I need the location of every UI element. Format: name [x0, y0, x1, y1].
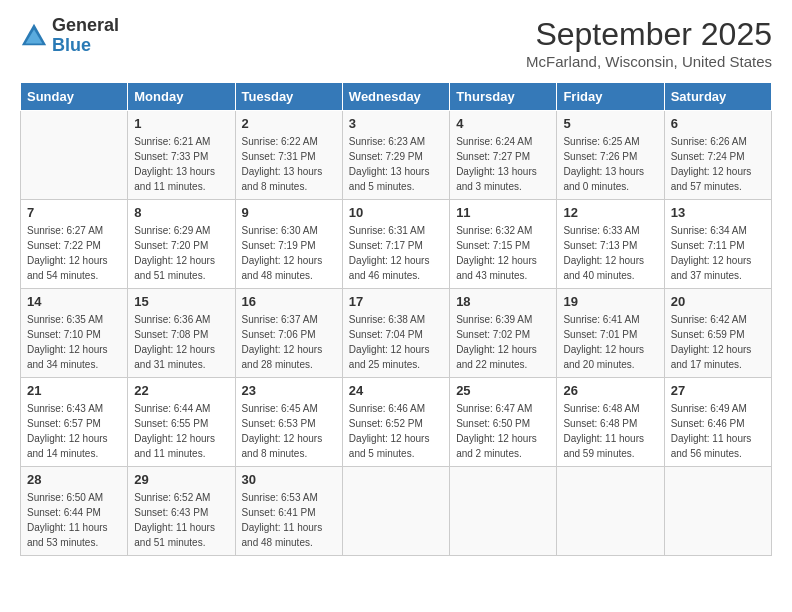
day-number: 3	[349, 116, 443, 131]
calendar-cell	[21, 111, 128, 200]
weekday-header: Friday	[557, 83, 664, 111]
weekday-header: Sunday	[21, 83, 128, 111]
day-info: Sunrise: 6:35 AMSunset: 7:10 PMDaylight:…	[27, 312, 121, 372]
page-header: General Blue September 2025 McFarland, W…	[20, 16, 772, 70]
day-info: Sunrise: 6:24 AMSunset: 7:27 PMDaylight:…	[456, 134, 550, 194]
day-info: Sunrise: 6:48 AMSunset: 6:48 PMDaylight:…	[563, 401, 657, 461]
day-number: 19	[563, 294, 657, 309]
logo-blue: Blue	[52, 36, 119, 56]
calendar-cell: 24Sunrise: 6:46 AMSunset: 6:52 PMDayligh…	[342, 378, 449, 467]
calendar-cell: 3Sunrise: 6:23 AMSunset: 7:29 PMDaylight…	[342, 111, 449, 200]
calendar-cell: 19Sunrise: 6:41 AMSunset: 7:01 PMDayligh…	[557, 289, 664, 378]
calendar-cell: 21Sunrise: 6:43 AMSunset: 6:57 PMDayligh…	[21, 378, 128, 467]
calendar-cell: 15Sunrise: 6:36 AMSunset: 7:08 PMDayligh…	[128, 289, 235, 378]
day-info: Sunrise: 6:47 AMSunset: 6:50 PMDaylight:…	[456, 401, 550, 461]
day-number: 14	[27, 294, 121, 309]
calendar-cell: 23Sunrise: 6:45 AMSunset: 6:53 PMDayligh…	[235, 378, 342, 467]
month-title: September 2025	[526, 16, 772, 53]
calendar-cell: 10Sunrise: 6:31 AMSunset: 7:17 PMDayligh…	[342, 200, 449, 289]
calendar-cell: 2Sunrise: 6:22 AMSunset: 7:31 PMDaylight…	[235, 111, 342, 200]
day-number: 10	[349, 205, 443, 220]
calendar-cell: 16Sunrise: 6:37 AMSunset: 7:06 PMDayligh…	[235, 289, 342, 378]
logo-text: General Blue	[52, 16, 119, 56]
day-number: 20	[671, 294, 765, 309]
day-info: Sunrise: 6:29 AMSunset: 7:20 PMDaylight:…	[134, 223, 228, 283]
calendar-cell: 8Sunrise: 6:29 AMSunset: 7:20 PMDaylight…	[128, 200, 235, 289]
day-number: 2	[242, 116, 336, 131]
day-info: Sunrise: 6:33 AMSunset: 7:13 PMDaylight:…	[563, 223, 657, 283]
calendar-cell	[450, 467, 557, 556]
day-info: Sunrise: 6:44 AMSunset: 6:55 PMDaylight:…	[134, 401, 228, 461]
day-info: Sunrise: 6:36 AMSunset: 7:08 PMDaylight:…	[134, 312, 228, 372]
weekday-header: Tuesday	[235, 83, 342, 111]
logo: General Blue	[20, 16, 119, 56]
calendar-week-row: 1Sunrise: 6:21 AMSunset: 7:33 PMDaylight…	[21, 111, 772, 200]
calendar-cell: 14Sunrise: 6:35 AMSunset: 7:10 PMDayligh…	[21, 289, 128, 378]
day-info: Sunrise: 6:31 AMSunset: 7:17 PMDaylight:…	[349, 223, 443, 283]
calendar-cell: 6Sunrise: 6:26 AMSunset: 7:24 PMDaylight…	[664, 111, 771, 200]
calendar-cell: 13Sunrise: 6:34 AMSunset: 7:11 PMDayligh…	[664, 200, 771, 289]
day-number: 16	[242, 294, 336, 309]
day-number: 6	[671, 116, 765, 131]
day-number: 17	[349, 294, 443, 309]
calendar-cell: 11Sunrise: 6:32 AMSunset: 7:15 PMDayligh…	[450, 200, 557, 289]
weekday-header-row: SundayMondayTuesdayWednesdayThursdayFrid…	[21, 83, 772, 111]
calendar-table: SundayMondayTuesdayWednesdayThursdayFrid…	[20, 82, 772, 556]
title-block: September 2025 McFarland, Wisconsin, Uni…	[526, 16, 772, 70]
day-info: Sunrise: 6:39 AMSunset: 7:02 PMDaylight:…	[456, 312, 550, 372]
day-number: 21	[27, 383, 121, 398]
day-number: 8	[134, 205, 228, 220]
logo-general: General	[52, 16, 119, 36]
weekday-header: Saturday	[664, 83, 771, 111]
day-info: Sunrise: 6:38 AMSunset: 7:04 PMDaylight:…	[349, 312, 443, 372]
day-number: 9	[242, 205, 336, 220]
day-info: Sunrise: 6:37 AMSunset: 7:06 PMDaylight:…	[242, 312, 336, 372]
calendar-cell: 30Sunrise: 6:53 AMSunset: 6:41 PMDayligh…	[235, 467, 342, 556]
calendar-cell: 12Sunrise: 6:33 AMSunset: 7:13 PMDayligh…	[557, 200, 664, 289]
location-title: McFarland, Wisconsin, United States	[526, 53, 772, 70]
day-info: Sunrise: 6:25 AMSunset: 7:26 PMDaylight:…	[563, 134, 657, 194]
day-number: 22	[134, 383, 228, 398]
day-info: Sunrise: 6:50 AMSunset: 6:44 PMDaylight:…	[27, 490, 121, 550]
weekday-header: Monday	[128, 83, 235, 111]
day-info: Sunrise: 6:41 AMSunset: 7:01 PMDaylight:…	[563, 312, 657, 372]
day-number: 12	[563, 205, 657, 220]
calendar-cell: 26Sunrise: 6:48 AMSunset: 6:48 PMDayligh…	[557, 378, 664, 467]
day-info: Sunrise: 6:42 AMSunset: 6:59 PMDaylight:…	[671, 312, 765, 372]
day-info: Sunrise: 6:21 AMSunset: 7:33 PMDaylight:…	[134, 134, 228, 194]
calendar-cell: 7Sunrise: 6:27 AMSunset: 7:22 PMDaylight…	[21, 200, 128, 289]
calendar-cell: 1Sunrise: 6:21 AMSunset: 7:33 PMDaylight…	[128, 111, 235, 200]
calendar-cell	[557, 467, 664, 556]
calendar-cell: 22Sunrise: 6:44 AMSunset: 6:55 PMDayligh…	[128, 378, 235, 467]
logo-icon	[20, 22, 48, 50]
calendar-cell: 27Sunrise: 6:49 AMSunset: 6:46 PMDayligh…	[664, 378, 771, 467]
day-info: Sunrise: 6:27 AMSunset: 7:22 PMDaylight:…	[27, 223, 121, 283]
calendar-cell: 9Sunrise: 6:30 AMSunset: 7:19 PMDaylight…	[235, 200, 342, 289]
calendar-cell: 5Sunrise: 6:25 AMSunset: 7:26 PMDaylight…	[557, 111, 664, 200]
day-info: Sunrise: 6:52 AMSunset: 6:43 PMDaylight:…	[134, 490, 228, 550]
day-number: 13	[671, 205, 765, 220]
day-number: 18	[456, 294, 550, 309]
day-info: Sunrise: 6:34 AMSunset: 7:11 PMDaylight:…	[671, 223, 765, 283]
day-info: Sunrise: 6:26 AMSunset: 7:24 PMDaylight:…	[671, 134, 765, 194]
day-info: Sunrise: 6:53 AMSunset: 6:41 PMDaylight:…	[242, 490, 336, 550]
calendar-cell: 25Sunrise: 6:47 AMSunset: 6:50 PMDayligh…	[450, 378, 557, 467]
calendar-week-row: 21Sunrise: 6:43 AMSunset: 6:57 PMDayligh…	[21, 378, 772, 467]
day-info: Sunrise: 6:43 AMSunset: 6:57 PMDaylight:…	[27, 401, 121, 461]
calendar-cell: 4Sunrise: 6:24 AMSunset: 7:27 PMDaylight…	[450, 111, 557, 200]
day-number: 5	[563, 116, 657, 131]
day-number: 15	[134, 294, 228, 309]
day-info: Sunrise: 6:30 AMSunset: 7:19 PMDaylight:…	[242, 223, 336, 283]
calendar-cell: 18Sunrise: 6:39 AMSunset: 7:02 PMDayligh…	[450, 289, 557, 378]
day-number: 30	[242, 472, 336, 487]
weekday-header: Wednesday	[342, 83, 449, 111]
calendar-week-row: 7Sunrise: 6:27 AMSunset: 7:22 PMDaylight…	[21, 200, 772, 289]
day-number: 28	[27, 472, 121, 487]
day-number: 23	[242, 383, 336, 398]
day-info: Sunrise: 6:22 AMSunset: 7:31 PMDaylight:…	[242, 134, 336, 194]
calendar-cell: 20Sunrise: 6:42 AMSunset: 6:59 PMDayligh…	[664, 289, 771, 378]
day-info: Sunrise: 6:23 AMSunset: 7:29 PMDaylight:…	[349, 134, 443, 194]
calendar-cell	[342, 467, 449, 556]
calendar-cell: 17Sunrise: 6:38 AMSunset: 7:04 PMDayligh…	[342, 289, 449, 378]
calendar-week-row: 28Sunrise: 6:50 AMSunset: 6:44 PMDayligh…	[21, 467, 772, 556]
